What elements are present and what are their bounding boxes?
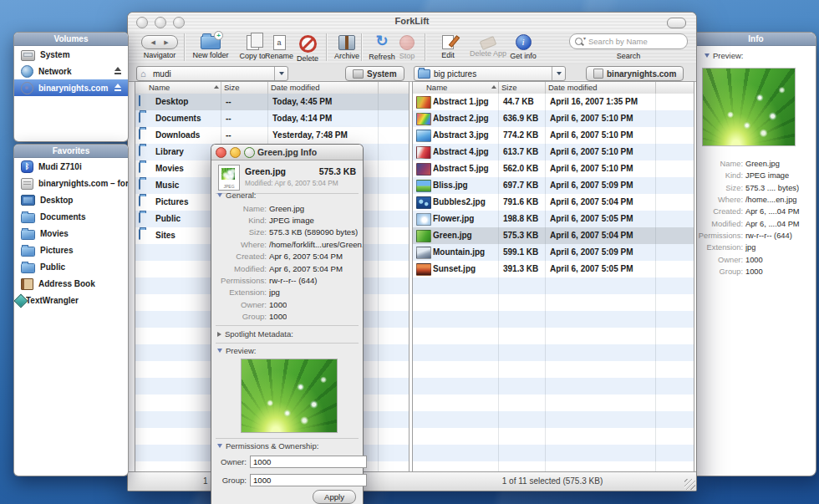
toolbar-button[interactable]: Delete (290, 33, 325, 63)
eject-icon[interactable] (114, 67, 122, 75)
volume-item[interactable]: Network (14, 63, 128, 79)
volumes-panel: Volumes System Network binarynights.com (13, 32, 129, 142)
file-name: Abstract 1.jpg (433, 97, 500, 106)
file-row[interactable]: Abstract 3.jpg 774.2 KB April 6, 2007 5:… (413, 127, 694, 144)
preview-section[interactable]: Preview: (217, 346, 256, 355)
favorite-item[interactable]: Public (14, 258, 128, 275)
column-header-name[interactable]: Name (426, 83, 447, 92)
file-row[interactable]: Downloads -- Yesterday, 7:48 PM (135, 127, 409, 144)
file-row[interactable]: Bubbles2.jpg 791.6 KB April 6, 2007 5:04… (413, 194, 694, 211)
left-path-dropdown[interactable]: mudi (136, 66, 288, 81)
toolbar-button[interactable]: Edit (432, 33, 464, 63)
disk-icon (21, 50, 35, 61)
volume-item[interactable]: System (14, 46, 128, 63)
file-row[interactable]: Abstract 2.jpg 636.9 KB April 6, 2007 5:… (413, 110, 694, 127)
file-row[interactable]: Flower.jpg 198.8 KB April 6, 2007 5:05 P… (413, 211, 694, 227)
field-value: 575.3 .... bytes) (745, 184, 799, 192)
dialog-file-size: 575.3 KB (319, 166, 356, 176)
column-header-date[interactable]: Date modified (271, 83, 320, 92)
window-titlebar[interactable]: ForkLift (128, 13, 696, 32)
file-row[interactable]: Bliss.jpg 697.7 KB April 6, 2007 5:09 PM (413, 177, 694, 194)
field-value: jpg (745, 243, 755, 252)
field-value: Apr 6, ....04 PM (745, 207, 800, 216)
file-size: -- (226, 97, 269, 106)
file-row[interactable]: Mountain.jpg 599.1 KB April 6, 2007 5:09… (413, 244, 694, 261)
search-input[interactable] (583, 36, 684, 47)
file-date: April 6, 2007 5:09 PM (550, 181, 654, 190)
favorite-item[interactable]: Mudi Z710i (14, 158, 128, 175)
favorite-item[interactable]: Address Book (14, 275, 128, 292)
file-date: April 6, 2007 5:10 PM (550, 130, 654, 140)
disclosure-down-icon (217, 444, 222, 448)
eject-icon[interactable] (114, 84, 122, 92)
file-row[interactable]: Green.jpg 575.3 KB April 6, 2007 5:04 PM (413, 227, 694, 244)
toolbar-button[interactable]: New folder (186, 33, 235, 63)
apply-button[interactable]: Apply (313, 490, 356, 504)
group-label: Group: (211, 476, 247, 485)
file-name: Downloads (155, 130, 222, 140)
owner-input[interactable] (250, 456, 367, 468)
column-header-name[interactable]: Name (149, 83, 170, 92)
file-date: April 6, 2007 5:10 PM (550, 114, 654, 123)
file-row[interactable]: Abstract 4.jpg 613.7 KB April 6, 2007 5:… (413, 144, 694, 160)
chevron-down-icon[interactable] (552, 67, 565, 80)
field-value: JPEG image (745, 171, 789, 180)
folder-icon (139, 129, 140, 140)
info-field: Created: Apr 6, ....04 PM (696, 206, 816, 217)
field-value: 1000 (745, 256, 763, 264)
favorite-item[interactable]: Documents (14, 208, 128, 225)
permissions-section[interactable]: Permissions & Ownership: (217, 441, 318, 451)
abstract1-thumbnail (416, 96, 431, 109)
favorite-item[interactable]: binarynights.com – for... (14, 175, 128, 191)
mountain-thumbnail (416, 247, 431, 259)
dialog-title: Green.jpg Info (211, 147, 363, 157)
toolbar-button[interactable]: Stop (392, 33, 422, 63)
drawer-preview-section[interactable]: Preview: (705, 51, 743, 60)
favorite-item[interactable]: TextWrangler (14, 292, 128, 308)
search-label: Search (569, 52, 688, 60)
column-header-date[interactable]: Date modified (548, 83, 598, 92)
binarynights-shortcut-button[interactable]: binarynights.com (586, 66, 684, 81)
field-label: Owner: (211, 300, 267, 309)
favorite-item[interactable]: Desktop (14, 191, 128, 208)
group-input[interactable] (250, 474, 367, 486)
favorite-label: Desktop (40, 196, 128, 205)
favorite-label: Address Book (38, 279, 128, 288)
file-name: Sunset.jpg (433, 264, 500, 273)
column-header-size[interactable]: Size (224, 83, 239, 92)
preview-image (241, 359, 338, 433)
dialog-titlebar[interactable]: Green.jpg Info (211, 145, 363, 160)
file-row[interactable]: Sunset.jpg 391.3 KB April 6, 2007 5:05 P… (413, 261, 694, 277)
system-shortcut-button[interactable]: System (345, 66, 404, 81)
toolbar-button[interactable]: Get info (504, 33, 542, 63)
file-row[interactable]: Abstract 1.jpg 44.7 KB April 16, 2007 1:… (413, 94, 694, 110)
file-size: 697.7 KB (503, 181, 547, 190)
disk-icon (353, 69, 364, 79)
search-field[interactable] (569, 33, 688, 49)
file-row[interactable]: Desktop -- Today, 4:45 PM (135, 94, 409, 110)
search-group: Search (569, 33, 688, 60)
favorite-item[interactable]: Pictures (14, 242, 128, 258)
file-row[interactable]: Abstract 5.jpg 562.0 KB April 6, 2007 5:… (413, 160, 694, 177)
volume-item[interactable]: binarynights.com (14, 79, 128, 96)
chevron-down-icon[interactable] (274, 67, 287, 80)
favorite-item[interactable]: Movies (14, 225, 128, 242)
globe-icon (21, 65, 33, 78)
field-label: Created: (211, 252, 267, 261)
column-header-size[interactable]: Size (501, 83, 516, 92)
toolbar-pill-button[interactable] (667, 18, 686, 28)
file-date: April 6, 2007 5:10 PM (550, 164, 654, 173)
general-section[interactable]: General: (217, 191, 256, 200)
file-date: April 6, 2007 5:05 PM (550, 214, 654, 223)
dialog-modified-line: Modified: Apr 6, 2007 5:04 PM (245, 179, 338, 187)
file-date: April 6, 2007 5:04 PM (550, 197, 654, 206)
right-path-dropdown[interactable]: big pictures (414, 66, 566, 81)
toolbar-button[interactable]: Navigator (135, 33, 185, 63)
file-row[interactable]: Documents -- Today, 4:14 PM (135, 110, 409, 127)
resize-grip[interactable] (684, 479, 695, 490)
get-info-dialog: Green.jpg Info Green.jpg 575.3 KB Modifi… (211, 144, 364, 504)
file-size: 613.7 KB (503, 147, 547, 156)
spotlight-metadata-section[interactable]: Spotlight Metadata: (217, 329, 293, 339)
disclosure-down-icon (705, 53, 710, 58)
toolbar-button[interactable]: Archive (328, 33, 365, 63)
